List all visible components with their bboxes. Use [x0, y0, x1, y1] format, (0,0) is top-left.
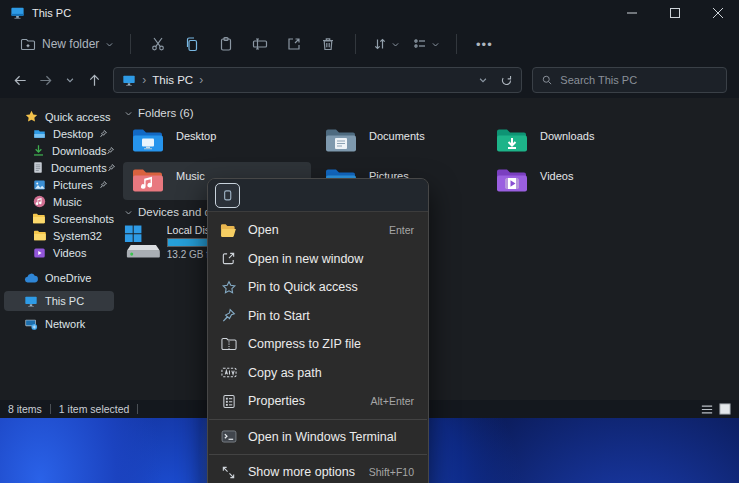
- large-icons-view-icon[interactable]: [719, 403, 731, 415]
- documents-folder-icon: [325, 127, 357, 154]
- chevron-down-icon: [391, 40, 400, 49]
- music-icon: [32, 195, 46, 209]
- menu-item-shortcut: Alt+Enter: [371, 395, 414, 407]
- new-window-icon: [220, 250, 237, 267]
- breadcrumb[interactable]: › This PC ›: [113, 67, 522, 93]
- minimize-button[interactable]: [610, 0, 653, 26]
- menu-item-label: Copy as path: [248, 366, 322, 380]
- menu-item-copy-as-path[interactable]: Copy as path: [208, 359, 428, 388]
- menu-item-label: Show more options: [248, 465, 355, 479]
- menu-item-pin-to-start[interactable]: Pin to Start: [208, 302, 428, 331]
- new-folder-button[interactable]: New folder: [14, 32, 120, 56]
- cut-button[interactable]: [141, 30, 175, 58]
- network-icon: [24, 317, 38, 331]
- paste-button[interactable]: [209, 30, 243, 58]
- star-outline-icon: [220, 279, 237, 296]
- pin-icon: [107, 163, 116, 172]
- more-options-button[interactable]: •••: [467, 30, 501, 58]
- sidebar-item-network[interactable]: Network: [4, 314, 114, 334]
- folder-icon: [32, 229, 46, 243]
- copy-button[interactable]: [175, 30, 209, 58]
- search-input[interactable]: [560, 74, 718, 86]
- command-toolbar: New folder: [0, 26, 739, 62]
- menu-item-open-in-new-window[interactable]: Open in new window: [208, 245, 428, 274]
- menu-item-open-in-windows-terminal[interactable]: Open in Windows Terminal: [208, 423, 428, 452]
- copy-path-icon: [220, 364, 237, 381]
- sidebar-item-system32[interactable]: System32: [4, 227, 114, 244]
- sidebar-item-label: Pictures: [53, 179, 93, 191]
- forward-button[interactable]: [33, 67, 58, 93]
- menu-item-open[interactable]: Open Enter: [208, 216, 428, 245]
- menu-item-show-more-options[interactable]: Show more options Shift+F10: [208, 458, 428, 483]
- sidebar-item-screenshots[interactable]: Screenshots: [4, 210, 114, 227]
- videos-folder-icon: [496, 167, 528, 194]
- sidebar-item-this-pc[interactable]: This PC: [4, 291, 114, 311]
- sidebar-item-documents[interactable]: Documents: [4, 159, 114, 176]
- delete-button[interactable]: [311, 30, 345, 58]
- breadcrumb-separator-icon: ›: [199, 73, 203, 87]
- pin-icon: [106, 146, 115, 155]
- menu-item-compress-to-zip[interactable]: Compress to ZIP file: [208, 330, 428, 359]
- menu-item-label: Pin to Start: [248, 309, 310, 323]
- view-button[interactable]: [406, 30, 446, 58]
- sidebar-item-desktop[interactable]: Desktop: [4, 125, 114, 142]
- copy-action-button[interactable]: [215, 183, 240, 208]
- back-button[interactable]: [8, 67, 33, 93]
- share-button[interactable]: [277, 30, 311, 58]
- folder-icon: [32, 212, 46, 226]
- zip-icon: [220, 336, 237, 353]
- this-pc-icon: [122, 74, 136, 87]
- recent-locations-button[interactable]: [58, 67, 83, 93]
- folder-tile-documents[interactable]: Documents: [319, 122, 504, 160]
- pin-icon: [99, 180, 108, 189]
- music-folder-icon: [132, 167, 164, 194]
- open-folder-icon: [220, 222, 237, 239]
- search-box[interactable]: [532, 67, 727, 93]
- rename-button[interactable]: [243, 30, 277, 58]
- desktop-folder-icon: [132, 127, 164, 154]
- sidebar-item-label: This PC: [45, 295, 84, 307]
- items-count: 8 items: [8, 403, 42, 415]
- tile-label: Downloads: [540, 130, 594, 142]
- menu-item-shortcut: Enter: [389, 224, 414, 236]
- sidebar-item-pictures[interactable]: Pictures: [4, 176, 114, 193]
- menu-item-properties[interactable]: Properties Alt+Enter: [208, 387, 428, 416]
- sidebar-item-label: Documents: [51, 162, 107, 174]
- sidebar-item-onedrive[interactable]: OneDrive: [4, 268, 114, 288]
- menu-item-label: Open: [248, 223, 279, 237]
- sidebar-item-quick-access[interactable]: Quick access: [4, 108, 114, 125]
- refresh-icon[interactable]: [500, 74, 513, 87]
- breadcrumb-separator-icon: ›: [142, 73, 146, 87]
- up-button[interactable]: [82, 67, 107, 93]
- toolbar-divider: [456, 34, 457, 54]
- folders-section-header[interactable]: Folders (6): [124, 107, 194, 119]
- details-view-icon[interactable]: [701, 404, 713, 415]
- sidebar-item-videos[interactable]: Videos: [4, 244, 114, 261]
- sidebar-item-music[interactable]: Music: [4, 193, 114, 210]
- pin-icon: [99, 129, 108, 138]
- tile-label: Videos: [540, 170, 573, 182]
- desktop-icon: [32, 127, 46, 141]
- navigation-pane: Quick access Desktop Downloads: [0, 98, 118, 400]
- videos-icon: [32, 246, 46, 260]
- close-button[interactable]: [696, 0, 739, 26]
- search-icon: [541, 74, 553, 86]
- downloads-folder-icon: [496, 127, 528, 154]
- folder-tile-videos[interactable]: Videos: [490, 162, 675, 200]
- folder-tile-downloads[interactable]: Downloads: [490, 122, 675, 160]
- sidebar-item-label: Screenshots: [53, 213, 114, 225]
- sidebar-item-downloads[interactable]: Downloads: [4, 142, 114, 159]
- folder-tile-desktop[interactable]: Desktop: [126, 122, 311, 160]
- breadcrumb-item[interactable]: This PC: [152, 74, 193, 86]
- tile-label: Music: [176, 170, 205, 182]
- sort-button[interactable]: [366, 30, 406, 58]
- menu-item-pin-to-quick-access[interactable]: Pin to Quick access: [208, 273, 428, 302]
- sidebar-item-label: Music: [53, 196, 82, 208]
- section-title: Folders (6): [138, 107, 194, 119]
- onedrive-icon: [24, 271, 38, 285]
- copy-icon: [221, 188, 234, 202]
- address-dropdown-icon[interactable]: [478, 75, 488, 85]
- sidebar-item-label: OneDrive: [45, 272, 91, 284]
- maximize-button[interactable]: [653, 0, 696, 26]
- new-folder-icon: [20, 36, 36, 52]
